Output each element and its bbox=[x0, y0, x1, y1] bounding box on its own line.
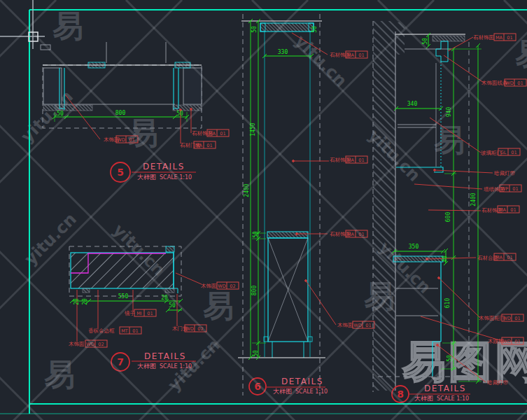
material-code-prefix: WD bbox=[218, 284, 225, 289]
watermark-site-text: yitu.cn bbox=[291, 31, 351, 90]
detail7-corner-block bbox=[166, 246, 174, 252]
material-code-number: 01 bbox=[206, 143, 212, 148]
material-code-number: 01 bbox=[220, 131, 225, 136]
dim-text: 50 bbox=[311, 26, 318, 33]
detail7-foot-hatch bbox=[83, 288, 90, 293]
dim-text: 50 bbox=[253, 231, 259, 238]
material-code-prefix: WD bbox=[505, 80, 513, 86]
leader-line bbox=[414, 184, 482, 189]
material-label-text: 木饰面 bbox=[69, 341, 85, 347]
dim-text: 20 bbox=[82, 298, 88, 305]
leader-dot bbox=[190, 108, 192, 111]
leader-dot bbox=[437, 344, 439, 346]
dim-text: 350 bbox=[409, 244, 419, 250]
watermark-glyph: 易 bbox=[52, 8, 83, 43]
detail8-shelf bbox=[398, 125, 436, 127]
material-code-number: 01 bbox=[132, 328, 138, 334]
dim-text: 600 bbox=[445, 212, 451, 223]
material-code-number: 02 bbox=[230, 284, 235, 289]
detail-scale: SCALE 1:10 bbox=[160, 363, 192, 370]
material-code-number: 01 bbox=[507, 35, 512, 41]
material-code-prefix: WD bbox=[503, 316, 510, 321]
watermark-glyph: 易 bbox=[434, 122, 465, 158]
material-code-prefix: MA bbox=[347, 232, 355, 237]
detail-subtitle: 大样图 bbox=[137, 174, 156, 181]
leader-line bbox=[176, 273, 202, 284]
detail6-door-cross bbox=[268, 238, 308, 342]
material-code-number: 02 bbox=[98, 342, 104, 347]
material-label-text: 木饰面 bbox=[337, 322, 353, 328]
watermark-glyph: 易 bbox=[203, 288, 234, 323]
dim-text: 340 bbox=[407, 101, 418, 107]
material-label-text: 石材饰面 bbox=[473, 34, 495, 41]
material-code-prefix: MA bbox=[499, 207, 507, 213]
dimension-text-layer: 5080050330505014502400508005020205502050… bbox=[57, 26, 477, 362]
detail6-top-stone-band bbox=[260, 23, 314, 31]
material-code-number: 01 bbox=[147, 311, 153, 316]
detail6-dimension-lines bbox=[248, 19, 314, 360]
detail-scale: SCALE 1:10 bbox=[437, 396, 469, 402]
dim-text: 800 bbox=[115, 110, 126, 116]
leader-dot bbox=[293, 160, 295, 162]
material-label-text: 镜子 bbox=[124, 310, 136, 316]
detail-number: 5 bbox=[117, 167, 124, 178]
detail-title: DETAILS bbox=[424, 384, 466, 393]
dim-340 bbox=[394, 106, 443, 111]
material-code-prefix: WD bbox=[185, 326, 193, 332]
dim-text: 610 bbox=[444, 298, 451, 309]
dim-text: 550 bbox=[118, 293, 129, 300]
material-code-prefix: GL bbox=[500, 150, 507, 155]
dim-text: 50 bbox=[253, 350, 259, 357]
detail8-crown-hatch bbox=[433, 36, 465, 41]
leader-line bbox=[439, 278, 480, 318]
dim-text: 800 bbox=[251, 286, 258, 296]
material-label-text: 木饰面 bbox=[201, 283, 217, 289]
material-code-number: 01 bbox=[365, 323, 371, 328]
detail-number: 7 bbox=[117, 356, 124, 368]
material-code-number: 01 bbox=[514, 316, 520, 321]
material-code-number: 01 bbox=[510, 207, 516, 213]
material-code-prefix: MA bbox=[347, 158, 355, 163]
material-code-prefix: WP bbox=[501, 186, 508, 192]
detail5-right-jamb bbox=[174, 68, 178, 110]
detail5-left-wall bbox=[43, 68, 62, 104]
leader-dot bbox=[305, 280, 307, 282]
material-label-text: 木饰面线条 bbox=[482, 80, 508, 86]
material-code-prefix: WD bbox=[503, 339, 510, 344]
leader-dot bbox=[434, 169, 436, 172]
material-code-prefix: MA bbox=[209, 131, 216, 136]
detail8-wall-hatch bbox=[373, 21, 395, 391]
material-code-prefix: MA bbox=[496, 255, 503, 260]
dim-text: 50 bbox=[57, 111, 64, 117]
leader-line bbox=[444, 55, 484, 83]
dim-text: 40 bbox=[442, 255, 448, 262]
cad-drawing: 易易易易易易易yitu.cnyitu.cnyitu.cnyitu.cnyitu.… bbox=[0, 0, 527, 420]
material-code-number: 01 bbox=[358, 158, 364, 163]
detail5-left-sill-hatch bbox=[43, 105, 92, 111]
dim-text: 50 bbox=[169, 302, 176, 309]
dim-text: 50 bbox=[251, 26, 258, 33]
material-code-number: 01 bbox=[514, 339, 520, 344]
detail-scale: SCALE 1:10 bbox=[295, 388, 328, 395]
material-code-prefix: WD bbox=[117, 137, 125, 143]
detail5-left-stone-block bbox=[88, 62, 105, 68]
detail-title: DETAILS bbox=[144, 351, 186, 361]
leader-dot bbox=[438, 277, 440, 279]
dim-text: 20 bbox=[161, 295, 168, 301]
dim-text: 330 bbox=[278, 49, 288, 55]
cad-canvas: 易易易易易易易yitu.cnyitu.cnyitu.cnyitu.cnyitu.… bbox=[0, 0, 527, 420]
detail-subtitle: 大样图 bbox=[273, 388, 292, 395]
material-code-number: 01 bbox=[358, 52, 364, 58]
dim-text: 20 bbox=[73, 298, 80, 305]
material-code-prefix: MI bbox=[136, 311, 142, 316]
material-code-prefix: MT bbox=[121, 328, 128, 334]
leader-line bbox=[428, 210, 481, 211]
material-code-prefix: MA bbox=[195, 143, 203, 148]
material-code-prefix: MA bbox=[496, 35, 503, 41]
material-code-number: 01 bbox=[512, 186, 518, 192]
dim-text: 50 bbox=[176, 111, 183, 117]
detail6-wall-faces bbox=[265, 31, 310, 357]
material-code-number: 01 bbox=[129, 137, 134, 143]
watermark-glyph: 易 bbox=[515, 36, 527, 71]
detail6-door-base bbox=[272, 342, 304, 358]
